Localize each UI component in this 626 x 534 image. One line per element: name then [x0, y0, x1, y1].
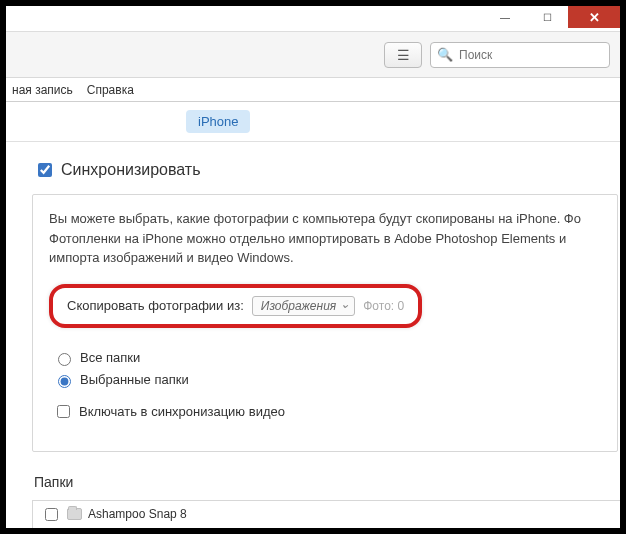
copy-from-highlight: Скопировать фотографии из: Изображения Ф… [49, 284, 422, 328]
sync-panel: Вы можете выбрать, какие фотографии с ко… [32, 194, 618, 452]
content-area: Синхронизировать Вы можете выбрать, каки… [6, 142, 620, 528]
search-field[interactable]: 🔍 [430, 42, 610, 68]
sync-checkbox[interactable] [38, 163, 52, 177]
sync-title: Синхронизировать [61, 161, 201, 179]
list-view-button[interactable]: ☰ [384, 42, 422, 68]
copy-from-select[interactable]: Изображения [252, 296, 355, 316]
menu-item-account[interactable]: ная запись [12, 83, 73, 97]
radio-selected-folders[interactable]: Выбранные папки [53, 372, 601, 388]
radio-all-folders[interactable]: Все папки [53, 350, 601, 366]
close-button[interactable]: ✕ [568, 6, 620, 28]
photo-count: Фото: 0 [363, 299, 404, 313]
menu-bar: ная запись Справка [6, 78, 620, 102]
radio-selected-folders-input[interactable] [58, 375, 71, 388]
menu-item-help[interactable]: Справка [87, 83, 134, 97]
include-video-label: Включать в синхронизацию видео [79, 404, 285, 419]
radio-selected-folders-label: Выбранные папки [80, 372, 189, 387]
device-tab-row: iPhone [6, 102, 620, 142]
minimize-button[interactable]: — [484, 6, 526, 28]
folder-icon [67, 508, 82, 520]
search-input[interactable] [457, 47, 611, 63]
folders-heading: Папки [34, 474, 620, 490]
window-titlebar: — ☐ ✕ [6, 6, 620, 32]
folder-row[interactable]: Ashampoo Snap 8 [33, 501, 620, 529]
folder-list: Ashampoo Snap 8 Camera Roll Saved Pictur… [32, 500, 620, 529]
radio-all-folders-label: Все папки [80, 350, 140, 365]
copy-from-label: Скопировать фотографии из: [67, 298, 244, 313]
list-icon: ☰ [397, 47, 410, 63]
include-video-check[interactable]: Включать в синхронизацию видео [53, 402, 601, 421]
sync-description: Вы можете выбрать, какие фотографии с ко… [49, 209, 601, 268]
maximize-button[interactable]: ☐ [526, 6, 568, 28]
tab-iphone[interactable]: iPhone [186, 110, 250, 133]
folder-name: Ashampoo Snap 8 [88, 507, 187, 521]
search-icon: 🔍 [437, 47, 453, 62]
sync-header: Синхронизировать [34, 160, 620, 180]
radio-all-folders-input[interactable] [58, 353, 71, 366]
include-video-checkbox[interactable] [57, 405, 70, 418]
folder-checkbox[interactable] [45, 508, 58, 521]
main-toolbar: ☰ 🔍 [6, 32, 620, 78]
folder-mode-group: Все папки Выбранные папки Включать в син… [53, 350, 601, 421]
app-frame: — ☐ ✕ ☰ 🔍 ная запись Справка iPhone Синх… [6, 6, 620, 528]
